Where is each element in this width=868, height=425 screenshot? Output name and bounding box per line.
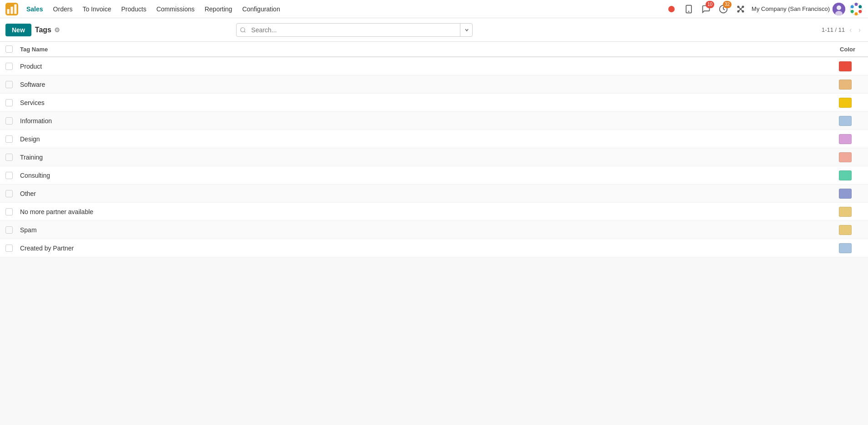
svg-line-25 [244,31,246,32]
table-row[interactable]: Other [0,185,868,203]
row-tag-name: Services [20,99,826,106]
color-swatch[interactable] [839,61,852,71]
select-all-checkbox[interactable] [5,45,13,53]
color-swatch[interactable] [839,170,852,180]
pagination-next[interactable]: › [857,25,863,35]
nav-commissions[interactable]: Commissions [152,3,199,15]
svg-rect-1 [7,9,10,14]
table-row[interactable]: Created by Partner [0,239,868,257]
color-swatch[interactable] [839,207,852,217]
row-checkbox-col [5,135,20,143]
color-swatch[interactable] [839,80,852,90]
color-swatch[interactable] [839,98,852,108]
row-color-col [826,134,863,144]
activity-badge: 32 [723,1,732,8]
svg-point-4 [668,6,675,12]
row-color-col [826,189,863,199]
pagination: 1-11 / 11 ‹ › [822,25,863,35]
row-tag-name: No more partner available [20,208,826,215]
table-row[interactable]: No more partner available [0,203,868,221]
row-color-col [826,98,863,108]
row-color-col [826,80,863,90]
page-title-container: Tags ⚙ [35,26,60,34]
status-indicator[interactable] [665,3,678,15]
search-input[interactable] [236,23,473,37]
table-row[interactable]: Consulting [0,166,868,185]
table-header: Tag Name Color [0,42,868,57]
table-row[interactable]: Training [0,148,868,166]
nav-reporting[interactable]: Reporting [200,3,237,15]
row-checkbox[interactable] [5,172,13,179]
table-row[interactable]: Software [0,75,868,94]
svg-point-19 [858,5,862,8]
odoo-logo[interactable] [850,3,863,15]
row-tag-name: Information [20,117,826,125]
row-checkbox[interactable] [5,208,13,215]
top-nav: Sales Orders To Invoice Products Commiss… [22,3,663,15]
table-row[interactable]: Product [0,57,868,75]
row-checkbox-col [5,117,20,125]
row-tag-name: Product [20,63,826,70]
color-swatch[interactable] [839,189,852,199]
row-checkbox[interactable] [5,99,13,106]
nav-sales[interactable]: Sales [22,3,48,15]
tools-icon[interactable] [734,3,747,15]
row-checkbox-col [5,245,20,252]
svg-point-18 [855,3,858,6]
row-color-col [826,170,863,180]
topbar: Sales Orders To Invoice Products Commiss… [0,0,868,18]
svg-point-15 [837,5,841,10]
nav-configuration[interactable]: Configuration [237,3,284,15]
color-swatch[interactable] [839,152,852,162]
app-logo[interactable] [5,3,18,15]
company-selector[interactable]: My Company (San Francisco) [752,3,845,15]
row-color-col [826,116,863,126]
nav-products[interactable]: Products [116,3,151,15]
company-name: My Company (San Francisco) [752,5,830,12]
row-tag-name: Software [20,81,826,88]
new-button[interactable]: New [5,24,31,36]
table-row[interactable]: Design [0,130,868,148]
row-checkbox[interactable] [5,190,13,197]
settings-gear-icon[interactable]: ⚙ [54,26,60,34]
table-body: Product Software Services Information [0,57,868,257]
color-swatch[interactable] [839,116,852,126]
svg-point-23 [851,5,854,8]
row-checkbox[interactable] [5,117,13,125]
row-checkbox[interactable] [5,154,13,161]
table-row[interactable]: Information [0,112,868,130]
row-checkbox-col [5,190,20,197]
color-swatch[interactable] [839,243,852,253]
table-row[interactable]: Spam [0,221,868,239]
row-checkbox-col [5,172,20,179]
color-swatch[interactable] [839,134,852,144]
nav-to-invoice[interactable]: To Invoice [78,3,116,15]
row-checkbox[interactable] [5,226,13,234]
row-tag-name: Spam [20,226,826,234]
chat-badge: 10 [706,1,714,8]
row-tag-name: Created by Partner [20,245,826,252]
row-checkbox[interactable] [5,245,13,252]
row-color-col [826,61,863,71]
header-checkbox-col [5,45,20,53]
phone-icon[interactable] [682,3,695,15]
row-checkbox[interactable] [5,81,13,88]
svg-point-22 [851,10,854,13]
row-checkbox[interactable] [5,135,13,143]
row-checkbox[interactable] [5,63,13,70]
nav-orders[interactable]: Orders [49,3,77,15]
chat-icon[interactable]: 10 [700,3,712,15]
row-color-col [826,152,863,162]
pagination-prev[interactable]: ‹ [848,25,853,35]
search-dropdown-button[interactable] [460,23,473,37]
table-row[interactable]: Services [0,94,868,112]
activity-icon[interactable]: 32 [717,3,730,15]
svg-rect-3 [14,4,16,14]
svg-point-24 [241,27,245,31]
row-color-col [826,243,863,253]
row-tag-name: Consulting [20,172,826,179]
color-swatch[interactable] [839,225,852,235]
row-checkbox-col [5,99,20,106]
tags-table: Tag Name Color Product Software Services… [0,42,868,257]
search-icon [240,27,246,33]
